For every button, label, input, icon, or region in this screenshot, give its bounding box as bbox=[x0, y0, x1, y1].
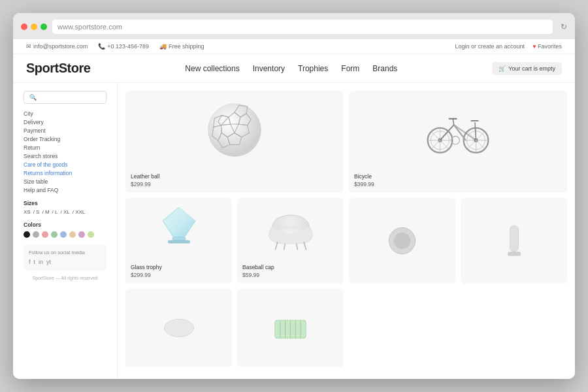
sidebar-order-tracking[interactable]: Order Tracking bbox=[24, 136, 106, 142]
nav-trophies[interactable]: Trophies bbox=[298, 64, 328, 73]
svg-line-31 bbox=[475, 122, 476, 140]
youtube-icon[interactable]: yt bbox=[46, 259, 51, 265]
product-price-glass-trophy: $299.99 bbox=[131, 272, 227, 278]
size-list: XS / S / M / L / XL / XXL bbox=[24, 209, 106, 215]
social-text: Follow us on social media bbox=[29, 250, 101, 255]
svg-point-0 bbox=[208, 104, 261, 157]
svg-rect-38 bbox=[168, 240, 189, 243]
sidebar-payment[interactable]: Payment bbox=[24, 127, 106, 134]
cart-button[interactable]: 🛒 Your cart is empty bbox=[492, 62, 562, 75]
product-card-item5[interactable] bbox=[349, 198, 455, 284]
color-blue[interactable] bbox=[60, 231, 67, 238]
sidebar-returns-info[interactable]: Returns information bbox=[24, 170, 106, 176]
svg-rect-37 bbox=[172, 237, 186, 240]
phone-text: +0 123-456-789 bbox=[107, 43, 149, 50]
facebook-icon[interactable]: f bbox=[29, 259, 31, 265]
sizes-label: Sizes bbox=[24, 200, 106, 206]
product-name-glass-trophy: Glass trophy bbox=[131, 264, 227, 270]
traffic-lights bbox=[21, 24, 47, 30]
logo[interactable]: SportStore bbox=[26, 61, 90, 76]
sidebar-return[interactable]: Return bbox=[24, 144, 106, 151]
header: SportStore New collections Inventory Tro… bbox=[13, 54, 575, 83]
close-button[interactable] bbox=[21, 24, 27, 30]
main-nav: New collections Inventory Trophies Form … bbox=[185, 64, 397, 73]
browser-content: ✉ info@sportstore.com 📞 +0 123-456-789 🚚… bbox=[13, 39, 575, 379]
sidebar-size-table[interactable]: Size table bbox=[24, 178, 106, 185]
product-card-bicycle[interactable]: Bicycle $399.99 bbox=[349, 91, 567, 193]
favorites-link[interactable]: ♥ Favorites bbox=[532, 43, 562, 50]
size-m[interactable]: / M bbox=[42, 209, 49, 215]
svg-point-45 bbox=[394, 233, 411, 250]
twitter-icon[interactable]: t bbox=[34, 259, 36, 265]
product-grid: Leather ball $299.99 bbox=[118, 83, 575, 379]
browser-chrome: www.sportstore.com ↻ bbox=[13, 13, 575, 39]
product-card-item7[interactable] bbox=[125, 289, 232, 367]
product-card-glass-trophy[interactable]: Glass trophy $299.99 bbox=[125, 198, 232, 284]
sidebar-links: City Delivery Payment Order Tracking Ret… bbox=[24, 110, 106, 193]
color-pink[interactable] bbox=[78, 231, 85, 238]
svg-line-42 bbox=[284, 243, 285, 250]
address-text: www.sportstore.com bbox=[57, 23, 122, 31]
phone-icon: 📞 bbox=[98, 43, 105, 50]
product-name-soccer-ball: Leather ball bbox=[131, 173, 338, 180]
color-green[interactable] bbox=[51, 231, 57, 238]
nav-form[interactable]: Form bbox=[341, 64, 359, 73]
footer-text: SportStore — All rights reserved bbox=[24, 276, 106, 280]
top-bar-left: ✉ info@sportstore.com 📞 +0 123-456-789 🚚… bbox=[26, 43, 204, 50]
browser-window: www.sportstore.com ↻ ✉ info@sportstore.c… bbox=[13, 13, 575, 379]
maximize-button[interactable] bbox=[41, 24, 47, 30]
nav-inventory[interactable]: Inventory bbox=[253, 64, 285, 73]
product-image-glass-trophy bbox=[125, 198, 232, 260]
size-s[interactable]: / S bbox=[33, 209, 40, 215]
color-black[interactable] bbox=[24, 231, 30, 238]
sidebar-search-stores[interactable]: Search stores bbox=[24, 153, 106, 159]
product-info-bicycle: Bicycle $399.99 bbox=[349, 169, 567, 193]
sidebar-delivery[interactable]: Delivery bbox=[24, 119, 106, 125]
product-card-soccer-ball[interactable]: Leather ball $299.99 bbox=[125, 91, 344, 193]
login-link[interactable]: Login or create an account bbox=[455, 43, 525, 50]
product-price-baseball-cap: $59.99 bbox=[242, 272, 338, 278]
nav-brands[interactable]: Brands bbox=[372, 64, 397, 73]
sidebar-care[interactable]: Care of the goods bbox=[24, 161, 106, 168]
shipping-info: 🚚 Free shipping bbox=[159, 43, 204, 50]
svg-line-27 bbox=[454, 125, 476, 140]
color-red[interactable] bbox=[42, 231, 48, 238]
product-info-glass-trophy: Glass trophy $299.99 bbox=[125, 260, 232, 284]
search-box[interactable]: 🔍 bbox=[24, 91, 106, 104]
refresh-icon[interactable]: ↻ bbox=[561, 22, 567, 31]
size-l[interactable]: / L bbox=[52, 209, 58, 215]
product-image-item8 bbox=[266, 289, 315, 367]
product-info-soccer-ball: Leather ball $299.99 bbox=[125, 169, 344, 193]
linkedin-icon[interactable]: in bbox=[39, 259, 43, 265]
minimize-button[interactable] bbox=[31, 24, 37, 30]
product-image-baseball-cap bbox=[237, 198, 344, 260]
color-gray[interactable] bbox=[33, 231, 39, 238]
svg-rect-46 bbox=[510, 225, 518, 252]
size-xl[interactable]: / XL bbox=[60, 209, 69, 215]
product-price-bicycle: $399.99 bbox=[354, 181, 562, 188]
cart-label: Your cart is empty bbox=[508, 65, 555, 72]
color-orange[interactable] bbox=[69, 231, 76, 238]
size-xs[interactable]: XS bbox=[24, 209, 31, 215]
svg-marker-34 bbox=[163, 207, 195, 237]
product-card-baseball-cap[interactable]: Baseball cap $59.99 bbox=[237, 198, 344, 284]
cart-icon: 🛒 bbox=[498, 65, 506, 72]
sidebar-city[interactable]: City bbox=[24, 110, 106, 117]
product-card-item6[interactable] bbox=[461, 198, 567, 284]
product-name-baseball-cap: Baseball cap bbox=[242, 264, 338, 270]
phone-info: 📞 +0 123-456-789 bbox=[98, 43, 149, 50]
search-icon: 🔍 bbox=[29, 94, 37, 101]
address-bar[interactable]: www.sportstore.com bbox=[52, 20, 553, 34]
size-xxl[interactable]: / XXL bbox=[73, 209, 86, 215]
sidebar-help-faq[interactable]: Help and FAQ bbox=[24, 187, 106, 193]
product-image-item7 bbox=[153, 289, 205, 367]
email-icon: ✉ bbox=[26, 43, 31, 50]
product-card-item8[interactable] bbox=[237, 289, 344, 367]
color-lime[interactable] bbox=[88, 231, 94, 238]
shipping-text: Free shipping bbox=[169, 43, 204, 50]
svg-rect-47 bbox=[508, 252, 521, 256]
nav-new-collections[interactable]: New collections bbox=[185, 64, 239, 73]
email-info: ✉ info@sportstore.com bbox=[26, 43, 88, 50]
product-image-soccer-ball bbox=[125, 91, 344, 169]
colors-label: Colors bbox=[24, 221, 106, 228]
